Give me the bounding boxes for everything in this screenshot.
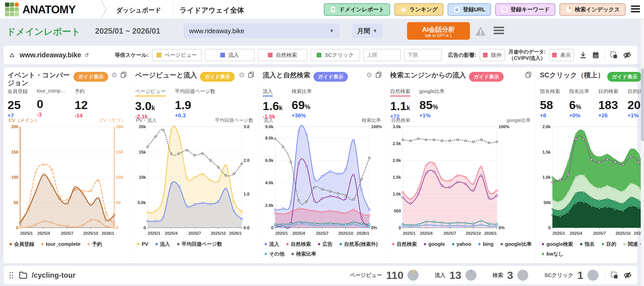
stat-自然検索[interactable]: 自然検索1.1k+72	[390, 88, 410, 117]
stat-ページビュー[interactable]: ページビュー3.0k-2.1k	[135, 88, 166, 117]
legend-item[interactable]: 目的	[602, 241, 616, 248]
screenshot-icon[interactable]	[610, 51, 618, 59]
stat-google比率[interactable]: google比率85%+1%	[419, 88, 445, 117]
copy-icon[interactable]	[248, 71, 254, 79]
legend-item[interactable]: google	[424, 241, 445, 248]
legend-item[interactable]: 自然検索	[392, 241, 417, 248]
menu-icon[interactable]	[631, 6, 640, 14]
stat-会員登録[interactable]: 会員登録25+7	[8, 88, 28, 117]
stat-指名比率[interactable]: 指名比率6%+0%	[569, 88, 589, 117]
legend-item[interactable]: 指名	[580, 241, 595, 248]
url-path[interactable]: /cycling-tour	[32, 271, 75, 279]
legend-item[interactable]: bing	[478, 241, 493, 248]
breadcrumb[interactable]: ダッシュボード	[116, 6, 161, 14]
eye-off-icon[interactable]	[623, 271, 632, 279]
stat-目的検索[interactable]: 目的検索183+26	[598, 88, 618, 117]
metric-流入: 流入13	[435, 269, 476, 281]
domain-select[interactable]: www.rideaway.bike ▼	[184, 24, 340, 38]
legend-item[interactable]: google比率	[501, 241, 532, 248]
legend-item[interactable]: 検索比率	[292, 251, 316, 257]
svg-text:2026/1: 2026/1	[357, 231, 369, 235]
date-range[interactable]: 2025/01 ~ 2026/01	[95, 27, 160, 36]
logo[interactable]: ANATOMY	[5, 3, 75, 16]
nav-registered-keyword[interactable]: 登録キーワード	[495, 4, 555, 16]
scale-button-SCクリック[interactable]: SCクリック	[311, 49, 360, 61]
legend-item[interactable]: yahoo	[452, 241, 471, 248]
warning-icon[interactable]	[475, 26, 486, 36]
legend-item[interactable]: kwなし	[542, 251, 564, 257]
legend-item[interactable]: 自然系(検索外)	[340, 241, 378, 248]
period-select[interactable]: 月間 ▼	[352, 24, 382, 38]
panel-title: 検索エンジンからの流入	[390, 71, 466, 79]
drag-handle-icon[interactable]	[9, 271, 14, 279]
nav-label: 登録キーワード	[510, 6, 550, 13]
guide-badge[interactable]: ガイド表示	[469, 72, 503, 82]
copy-icon[interactable]	[375, 71, 382, 79]
top-header: ANATOMY ダッシュボード ライドアウェイ全体 ドメインレポートランキング登…	[0, 0, 644, 19]
panel-5: SCクリック（積上）ガイド表示指名検索58+8指名比率6%+0%目的検索183+…	[536, 67, 644, 263]
ads-exclude-button[interactable]: 除外	[480, 49, 505, 61]
legend-item[interactable]: tour_complete	[41, 241, 80, 248]
panel-title: イベント・コンバージョン	[8, 71, 70, 87]
axis-titles: CV（メイン）CV（サブ）	[8, 117, 127, 123]
svg-text:1.0k: 1.0k	[393, 192, 401, 197]
screenshot-icon[interactable]	[610, 271, 618, 279]
scrollbar-track[interactable]	[641, 19, 644, 286]
page-title: ライドアウェイ全体	[180, 6, 244, 15]
legend-item[interactable]: その他	[265, 251, 285, 257]
nav-domain-report[interactable]: ドメインレポート	[324, 4, 390, 16]
legend-ring-icon	[478, 243, 480, 245]
folder-icon	[19, 271, 28, 279]
lower-limit-input[interactable]	[404, 49, 441, 61]
stat-指名検索[interactable]: 指名検索58+8	[540, 88, 560, 117]
gear-icon[interactable]: ⚙	[366, 72, 372, 79]
stat-流入[interactable]: 流入1.6k-1.5k	[263, 88, 283, 117]
scrollbar-thumb[interactable]	[641, 68, 644, 141]
guide-badge[interactable]: ガイド表示	[313, 72, 348, 82]
legend-item[interactable]: google検索	[542, 241, 573, 248]
svg-text:1.5k: 1.5k	[393, 175, 401, 180]
nav-registered-url[interactable]: 登録URL	[448, 4, 491, 16]
download-icon[interactable]	[579, 51, 587, 59]
report-menu-icon[interactable]	[494, 27, 504, 36]
breadcrumb-chevron-icon	[100, 0, 108, 19]
stat-tour_comp…[interactable]: tour_comp…0-3	[37, 88, 66, 117]
legend-item[interactable]: 流入	[155, 241, 170, 248]
calendar-icon[interactable]	[592, 51, 599, 59]
nav-ranking[interactable]: ランキング	[394, 4, 444, 16]
chart: 20k15k10k5.0k03.02.01.00.02025/12025/420…	[135, 123, 254, 237]
upper-limit-input[interactable]	[364, 49, 401, 61]
legend-item[interactable]: 流入	[265, 241, 279, 248]
midmonth-show-button[interactable]: 表示	[549, 49, 574, 61]
gear-icon[interactable]: ⚙	[111, 72, 117, 79]
svg-text:2025/7: 2025/7	[61, 231, 73, 235]
stat-予約[interactable]: 予約12-14	[75, 88, 88, 117]
nav-search-index[interactable]: 検索インデックス	[560, 4, 625, 16]
guide-badge[interactable]: ガイド表示	[73, 72, 108, 82]
legend-item[interactable]: 会員登録	[10, 241, 34, 248]
site-icon	[10, 51, 15, 59]
legend-item[interactable]: 予約	[88, 241, 102, 248]
eye-off-icon[interactable]	[623, 51, 631, 59]
guide-badge[interactable]: ガイド表示	[200, 72, 234, 82]
external-link-icon[interactable]	[85, 52, 89, 59]
url-row[interactable]: /cycling-tour ページビュー110流入13検索3SCクリック1	[4, 266, 637, 284]
nav-label: 登録URL	[463, 6, 485, 13]
svg-text:2025/4: 2025/4	[570, 231, 582, 235]
site-domain: www.rideaway.bike	[20, 51, 81, 59]
legend-item[interactable]: 自然検索	[286, 241, 311, 248]
scale-button-自然検索[interactable]: 自然検索	[258, 49, 307, 61]
stat-検索比率[interactable]: 検索比率69%+36%	[292, 88, 312, 117]
legend-item[interactable]: PV	[137, 241, 148, 248]
scale-button-label: 自然検索	[276, 52, 297, 59]
guide-badge[interactable]: ガイド表示	[607, 72, 642, 82]
scale-button-流入[interactable]: 流入	[205, 49, 254, 61]
scale-button-ページビュー[interactable]: ページビュー	[152, 49, 202, 61]
copy-icon[interactable]	[525, 71, 532, 79]
gear-icon[interactable]: ⚙	[239, 72, 245, 79]
copy-icon[interactable]	[120, 71, 127, 79]
stat-平均回遊ページ数[interactable]: 平均回遊ページ数1.9+0.3	[175, 88, 215, 117]
legend-item[interactable]: 平均回遊ページ数	[177, 241, 222, 248]
ai-analysis-button[interactable]: AI会話分析 talk to GPT-4.1	[407, 22, 470, 40]
legend-item[interactable]: 広告	[318, 241, 333, 248]
